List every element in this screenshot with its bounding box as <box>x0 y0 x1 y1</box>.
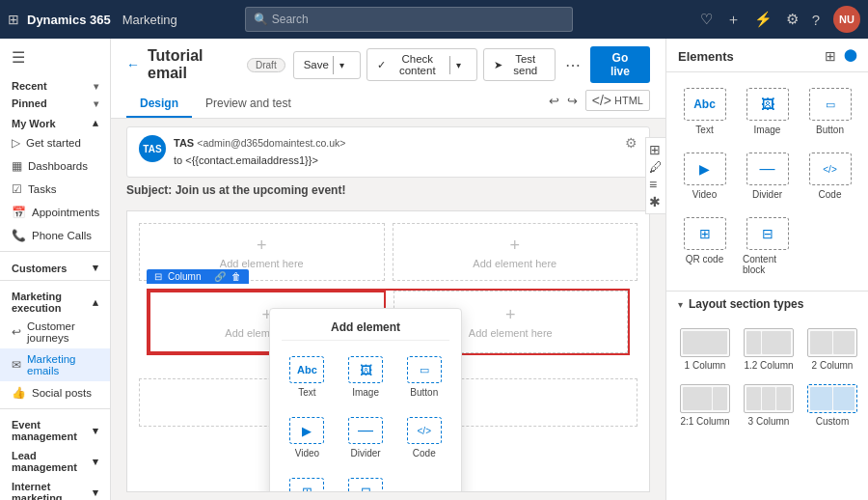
element-divider[interactable]: — Divider <box>340 411 392 464</box>
element-code[interactable]: </> Code <box>398 411 449 464</box>
hamburger-button[interactable]: ☰ <box>0 39 110 76</box>
test-send-button[interactable]: ➤ Test send <box>483 48 556 81</box>
layout-1-2-col[interactable]: 1.2 Column <box>740 324 798 375</box>
panel-element-video[interactable]: ▶ Video <box>676 147 733 206</box>
sidebar-item-customer-journeys[interactable]: ↩ Customer journeys <box>0 316 110 348</box>
help-icon[interactable]: ? <box>812 12 820 28</box>
recipient: to <{{contact.emailaddress1}}> <box>174 154 318 166</box>
right-panel-icons: ⊞ ⬤ <box>825 48 856 64</box>
email-canvas: TAS TAS <admin@d365domaintest.co.uk> to … <box>111 119 665 500</box>
go-live-button[interactable]: Go live <box>590 46 650 83</box>
sidebar-item-phone-calls[interactable]: 📞 Phone Calls <box>0 224 110 247</box>
panel-element-button[interactable]: ▭ Button <box>801 82 858 141</box>
canvas-inner: + Add element here + Add element here <box>127 211 649 438</box>
layout-1-col-preview <box>680 328 730 357</box>
panel-divider-icon: — <box>746 153 789 185</box>
layout-3-col[interactable]: 3 Column <box>740 380 798 431</box>
element-text[interactable]: Abc Text <box>282 350 333 403</box>
layout-custom[interactable]: Custom <box>803 380 861 431</box>
layout-1-col[interactable]: 1 Column <box>676 324 734 375</box>
subject-label: Subject: <box>126 183 172 197</box>
column-delete-icon[interactable]: 🗑 <box>231 271 241 282</box>
phone-icon: 📞 <box>12 229 26 242</box>
check-content-button[interactable]: ✓ Check content ▾ <box>366 48 477 81</box>
more-options-button[interactable]: ⋯ <box>561 56 584 74</box>
avatar[interactable]: NU <box>833 6 860 33</box>
module-name: Marketing <box>122 13 177 27</box>
layout-section-divider[interactable]: ▾ Layout section types <box>666 291 868 317</box>
sidebar-internet-header[interactable]: Internet marketing ▾ <box>0 475 110 500</box>
dashboards-icon: ▦ <box>12 159 22 173</box>
layout-2-1-col-preview <box>680 384 730 413</box>
sidebar-customers-header[interactable]: Customers ▾ <box>0 256 110 276</box>
panel-video-icon: ▶ <box>684 153 726 185</box>
sidebar-item-get-started[interactable]: ▷ Get started <box>0 131 110 154</box>
image-element-icon: 🖼 <box>348 356 383 383</box>
tab-design[interactable]: Design <box>126 91 192 118</box>
panel-more-icon[interactable]: ⬤ <box>844 48 856 64</box>
sidebar-item-social-posts[interactable]: 👍 Social posts <box>0 381 110 404</box>
page-header: ← Tutorial email Draft Save ▾ ✓ Check co… <box>111 39 665 119</box>
undo-icon[interactable]: ↩ <box>549 94 559 108</box>
sidebar-item-appointments[interactable]: 📅 Appointments <box>0 201 110 224</box>
panel-element-text[interactable]: Abc Text <box>676 82 733 141</box>
settings-icon[interactable]: ⚙ <box>786 11 799 28</box>
element-button[interactable]: ▭ Button <box>398 350 449 403</box>
top-nav: ⊞ Dynamics 365 Marketing 🔍 ♡ ＋ ⚡ ⚙ ? NU <box>0 0 868 39</box>
email-settings-icon[interactable]: ⚙ <box>625 135 637 151</box>
tab-preview[interactable]: Preview and test <box>192 91 305 118</box>
panel-element-content-block[interactable]: ⊟ Content block <box>739 211 796 281</box>
sidebar-item-marketing-emails[interactable]: ✉ Marketing emails <box>0 348 110 381</box>
brand-name: Dynamics 365 <box>27 13 111 27</box>
plus-icon[interactable]: ＋ <box>726 11 741 29</box>
design-canvas[interactable]: + Add element here + Add element here <box>126 210 650 492</box>
sidebar-marketing-header[interactable]: Marketing execution ▴ <box>0 285 110 316</box>
back-button[interactable]: ← <box>126 57 140 72</box>
panel-element-divider[interactable]: — Divider <box>739 147 796 206</box>
appointments-icon: 📅 <box>12 206 26 219</box>
layout-2-1-col[interactable]: 2:1 Column <box>676 380 734 431</box>
element-content-block[interactable]: ⊟ Content block <box>340 472 392 492</box>
panel-element-image[interactable]: 🖼 Image <box>739 82 796 141</box>
sidebar-mywork-header[interactable]: My Work ▴ <box>0 111 110 131</box>
column-link-icon[interactable]: 🔗 <box>214 271 226 282</box>
element-video[interactable]: ▶ Video <box>282 411 333 464</box>
layout-2-col[interactable]: 2 Column <box>803 324 861 375</box>
sidebar-recent-label[interactable]: Recent ▾ <box>0 76 110 94</box>
social-icon: 👍 <box>12 386 26 400</box>
element-image[interactable]: 🖼 Image <box>340 350 392 403</box>
button-element-icon: ▭ <box>407 356 442 383</box>
check-dropdown[interactable]: ▾ <box>449 56 467 74</box>
canvas-cell-1-2[interactable]: + Add element here <box>393 223 638 281</box>
panel-button-icon: ▭ <box>809 88 852 121</box>
sidebar-lead-header[interactable]: Lead management ▾ <box>0 444 110 475</box>
filter-icon[interactable]: ⚡ <box>754 11 773 28</box>
layout-1-2-col-preview <box>744 328 794 357</box>
check-icon: ✓ <box>377 59 386 71</box>
journeys-icon: ↩ <box>12 325 21 339</box>
panel-element-qr[interactable]: ⊞ QR code <box>676 211 733 281</box>
sidebar-pinned-label[interactable]: Pinned ▾ <box>0 94 110 111</box>
content-block-element-icon: ⊟ <box>348 478 383 492</box>
panel-element-code[interactable]: </> Code <box>801 147 858 206</box>
search-box[interactable]: 🔍 <box>245 7 573 32</box>
save-button[interactable]: Save ▾ <box>293 51 361 79</box>
save-dropdown[interactable]: ▾ <box>333 56 350 74</box>
app-body: ☰ Recent ▾ Pinned ▾ My Work ▴ ▷ Get star… <box>0 39 868 500</box>
element-grid: Abc Text 🖼 Image ▭ Button <box>282 350 449 492</box>
sidebar-item-dashboards[interactable]: ▦ Dashboards <box>0 154 110 178</box>
grid-icon[interactable]: ⊞ <box>8 12 19 27</box>
sidebar-events-header[interactable]: Event management ▾ <box>0 413 110 444</box>
layout-2-col-preview <box>807 328 857 357</box>
redo-icon[interactable]: ↪ <box>567 94 578 108</box>
sidebar-item-tasks[interactable]: ☑ Tasks <box>0 178 110 201</box>
search-input[interactable] <box>272 13 564 26</box>
plus-icon-2: + <box>473 236 556 256</box>
element-qr-code[interactable]: ⊞ QR code <box>282 472 333 492</box>
html-button[interactable]: </> HTML <box>585 90 650 111</box>
plus-icon-1: + <box>220 236 304 256</box>
panel-expand-icon[interactable]: ⊞ <box>825 48 836 64</box>
bell-icon[interactable]: ♡ <box>700 11 713 28</box>
plus-icon-right: + <box>469 305 553 325</box>
panel-qr-icon: ⊞ <box>684 217 726 250</box>
